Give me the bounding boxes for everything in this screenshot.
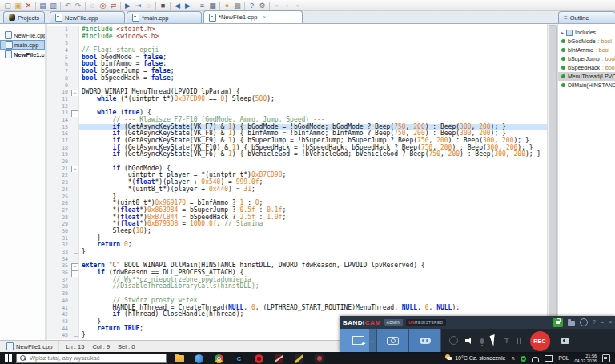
taskbar-bandicam-icon[interactable] [315,354,324,363]
fold-margin[interactable] [70,179,79,186]
minimize-icon[interactable]: – [601,318,604,326]
fold-margin[interactable] [70,40,79,47]
fold-margin[interactable] [70,228,79,235]
fold-margin[interactable] [70,249,79,256]
code-text[interactable]: Sleep(10); [79,228,547,235]
fold-margin[interactable] [70,130,79,138]
fold-margin[interactable] [70,151,79,158]
fold-margin[interactable] [70,158,79,166]
editor-scrollbar[interactable] [547,24,557,340]
code-line-11[interactable]: 11 while (*(uintptr_t*)0xB7CD90 == 0) Sl… [47,96,547,103]
fold-margin[interactable] [70,117,79,124]
taskbar-clock[interactable]: 21:56 04.02.2026 [574,354,597,363]
output-folder-icon[interactable] [568,321,575,326]
record-button[interactable]: REC [530,331,550,351]
tab-close-icon[interactable]: × [263,14,266,20]
tray-green-status-icon[interactable] [521,356,526,362]
taskbar-darkred-app-icon[interactable] [275,354,284,363]
bandicam-titlebar[interactable]: BANDICAM ADMIN UNREGISTERED ? – × [340,316,615,329]
code-text[interactable]: bool bSpeedHack = false; [79,75,547,82]
pause-icon[interactable] [517,338,521,344]
editor-tab-3[interactable]: *NewFile1.cpp× [203,10,303,23]
start-button[interactable] [0,352,16,364]
code-text[interactable]: return 0; [79,242,547,249]
taskbar-red-app-icon[interactable] [255,354,264,363]
fold-margin[interactable] [70,318,79,326]
settings-icon[interactable]: ⚙ [257,1,267,10]
taskbar-chrome-icon[interactable] [215,354,224,363]
fold-margin[interactable]: − [70,110,79,117]
code-text[interactable]: } [79,249,547,256]
fold-margin[interactable] [70,242,79,249]
mode-dropdown-icon[interactable]: ⌄ [369,329,376,352]
jump-back-icon[interactable]: ◀ [172,1,183,10]
tab-outline[interactable]: ≡ Outline [558,11,615,23]
text-overlay-icon[interactable]: T [504,337,509,345]
build-target-icon[interactable]: ● [222,1,232,10]
fold-margin[interactable] [70,138,79,145]
microphone-icon[interactable] [480,338,484,344]
jump-forward-icon[interactable]: ▶ [183,1,193,10]
code-line-8[interactable]: 8bool bSpeedHack = false; [47,75,547,82]
lock-button[interactable] [553,318,563,327]
fold-margin[interactable]: − [70,166,79,173]
tray-display-icon[interactable] [545,355,553,362]
run-icon[interactable]: ▶ [123,1,133,10]
taskbar-mail-app-icon[interactable] [195,354,204,363]
fold-margin[interactable] [70,290,79,298]
search-input[interactable] [28,354,151,362]
taskbar-search[interactable] [16,354,167,363]
outline-item[interactable]: ▸Includes [558,28,615,37]
language-indicator[interactable]: POL [558,355,569,361]
code-line-33[interactable]: 33} [47,249,547,256]
fold-margin[interactable] [70,82,79,90]
game-recording-mode-button[interactable] [409,329,441,352]
tray-expand-icon[interactable]: ∧ [511,355,515,362]
list-icon[interactable]: ≡ [197,1,207,10]
fold-margin[interactable] [70,68,79,75]
taskbar-c-app-icon[interactable]: C [235,354,244,363]
open-file-icon[interactable]: ▣ [13,1,23,10]
editor-tab-1[interactable]: NewFile.cpp [50,11,125,23]
editor-tab-2[interactable]: *main.cpp [127,11,202,23]
fold-margin[interactable] [70,26,79,34]
save-icon[interactable]: ▤ [38,1,48,10]
expand-arrow-icon[interactable]: ▸ [561,30,564,35]
fold-margin[interactable] [70,103,79,110]
project-tree-item[interactable]: NewFile1.cpp [0,50,45,59]
fold-margin[interactable] [70,200,79,207]
fold-margin[interactable] [70,256,79,263]
fold-margin[interactable] [70,194,79,201]
tab-projects[interactable]: Projects [3,11,45,23]
replace-icon[interactable]: ⇄ [108,1,119,10]
code-text[interactable]: } [79,235,547,242]
fold-margin[interactable] [70,61,79,68]
cursor-effect-icon[interactable] [490,334,499,346]
code-editor[interactable]: 1#include <stdint.h>2#include <windows.h… [47,24,547,340]
code-line-38[interactable]: 38 //DisableThreadLibraryCalls(hinstDLL)… [47,283,547,290]
fold-margin[interactable] [70,124,79,131]
schedule-icon[interactable] [580,318,588,326]
close-icon[interactable]: × [609,318,612,326]
outline-item[interactable]: DllMain(HINSTANCE hinstDLL, DWORD fdwRea… [558,81,615,90]
help-icon[interactable]: ? [247,1,257,10]
step-icon[interactable]: ⇥ [133,1,143,10]
undo-icon[interactable]: ↶ [62,1,73,10]
fold-margin[interactable]: − [70,270,79,277]
fold-margin[interactable] [70,214,79,222]
project-tree-item[interactable]: NewFile.cpp [0,30,45,40]
code-line-32[interactable]: 32 return 0; [47,242,547,249]
fold-margin[interactable] [70,75,79,82]
redo-icon[interactable]: ↷ [73,1,83,10]
extra-tool2-icon[interactable]: ◦ [282,1,292,10]
code-text[interactable]: if (GetAsyncKeyState(VK_F6) & 1) { bVehi… [79,151,547,158]
fold-margin[interactable] [70,186,79,194]
code-text[interactable]: #include <windows.h> [79,34,547,41]
code-line-2[interactable]: 2#include <windows.h> [47,34,547,41]
extra-tool3-icon[interactable]: ◦ [292,1,303,10]
fold-margin[interactable] [70,207,79,214]
screen-recording-mode-button[interactable]: ⌄ [340,329,377,352]
device-recording-mode-button[interactable] [377,329,409,352]
fold-margin[interactable] [70,47,79,54]
outline-item[interactable]: MenuThread(LPVOID lpParam) [558,72,615,81]
